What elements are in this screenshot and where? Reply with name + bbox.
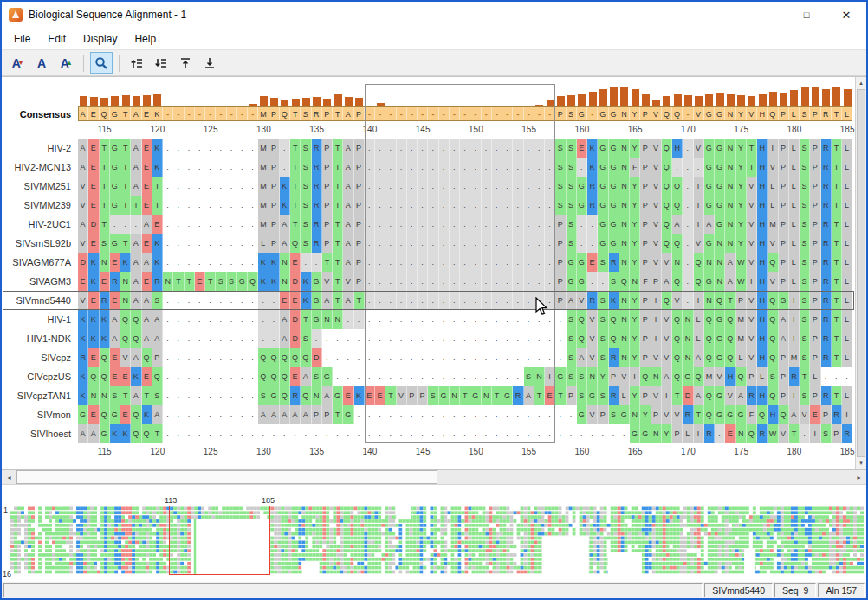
residue-cell[interactable]: N [725,234,735,253]
residue-cell[interactable]: . [343,424,353,443]
residue-cell[interactable]: . [397,253,407,272]
residue-cell[interactable]: . [450,272,460,291]
residue-cell[interactable]: Y [736,215,747,234]
residue-cell[interactable]: P [810,291,820,310]
residue-cell[interactable]: . [227,196,237,215]
sequence-name[interactable]: SIVmon [2,405,78,424]
residue-cell[interactable]: E [142,196,152,215]
residue-cell[interactable]: N [619,329,630,348]
residue-cell[interactable]: . [418,424,428,443]
residue-cell[interactable]: E [120,405,131,424]
residue-cell[interactable]: . [619,424,630,443]
residue-cell[interactable]: . [163,424,173,443]
residue-cell[interactable]: A [779,329,789,348]
residue-cell[interactable]: . [577,158,587,177]
residue-cell[interactable]: . [418,348,428,367]
residue-cell[interactable]: . [227,424,237,443]
residue-cell[interactable]: S [577,367,587,386]
residue-cell[interactable]: T [120,139,131,158]
residue-cell[interactable]: . [545,291,555,310]
residue-cell[interactable]: L [789,177,800,196]
residue-cell[interactable]: . [227,177,237,196]
residue-cell[interactable]: R [78,348,88,367]
residue-cell[interactable]: P [651,405,662,424]
residue-cell[interactable]: . [385,196,396,215]
residue-cell[interactable]: Q [725,329,735,348]
sequence-row[interactable]: HIV-2UC1ADT...AE.........MPATSRPTAP.....… [2,215,855,234]
residue-cell[interactable]: L [842,348,852,367]
residue-cell[interactable]: R [821,177,832,196]
residue-cell[interactable]: E [88,177,99,196]
residue-cell[interactable]: . [460,405,470,424]
residue-cell[interactable]: V [747,291,757,310]
residue-cell[interactable]: E [365,386,375,405]
residue-cell[interactable]: . [397,272,407,291]
residue-cell[interactable]: A [290,405,301,424]
residue-cell[interactable]: . [185,291,195,310]
residue-cell[interactable]: P [269,139,280,158]
residue-cell[interactable]: A [343,139,353,158]
residue-cell[interactable]: S [821,424,832,443]
residue-cell[interactable]: . [195,158,205,177]
residue-cell[interactable]: K [131,367,141,386]
residue-cell[interactable]: . [185,405,195,424]
residue-cell[interactable]: . [205,329,216,348]
residue-cell[interactable]: G [779,291,789,310]
residue-cell[interactable]: . [385,158,396,177]
residue-cell[interactable]: . [173,291,184,310]
residue-cell[interactable]: . [131,215,141,234]
residue-cell[interactable]: P [640,139,651,158]
residue-cell[interactable]: R [609,348,619,367]
residue-cell[interactable]: Q [704,348,715,367]
residue-cell[interactable]: H [768,405,778,424]
residue-cell[interactable]: . [555,348,566,367]
residue-cell[interactable]: E [100,272,110,291]
residue-cell[interactable]: S [216,272,226,291]
residue-cell[interactable]: A [131,139,141,158]
residue-cell[interactable]: T [832,310,842,329]
residue-cell[interactable]: . [482,405,492,424]
residue-cell[interactable]: H [757,348,768,367]
residue-cell[interactable]: A [694,348,704,367]
residue-cell[interactable]: T [333,234,343,253]
residue-cell[interactable]: V [78,196,88,215]
residue-cell[interactable]: . [269,291,280,310]
residue-cell[interactable]: Q [662,139,672,158]
residue-cell[interactable]: . [205,291,216,310]
residue-cell[interactable]: . [524,158,534,177]
residue-cell[interactable]: G [715,215,725,234]
residue-cell[interactable]: . [428,139,438,158]
residue-cell[interactable]: . [248,139,258,158]
residue-cell[interactable]: . [683,215,693,234]
residue-cell[interactable]: Y [630,139,640,158]
residue-cell[interactable]: E [110,348,120,367]
residue-cell[interactable]: R [821,139,832,158]
residue-cell[interactable]: P [640,177,651,196]
residue-cell[interactable]: T [832,386,842,405]
residue-cell[interactable]: I [651,291,662,310]
residue-cell[interactable]: . [524,291,534,310]
residue-cell[interactable]: V [747,348,757,367]
residue-cell[interactable]: . [185,386,195,405]
scroll-down-arrow[interactable]: ▾ [856,457,866,469]
residue-cell[interactable]: T [832,272,842,291]
residue-cell[interactable]: T [100,158,110,177]
residue-cell[interactable]: G [619,405,630,424]
residue-cell[interactable]: . [185,139,195,158]
residue-cell[interactable]: G [704,158,715,177]
residue-cell[interactable]: V [725,386,735,405]
residue-cell[interactable]: . [450,234,460,253]
residue-cell[interactable]: T [747,139,757,158]
residue-cell[interactable]: V [747,253,757,272]
residue-cell[interactable]: A [301,367,311,386]
residue-cell[interactable]: Y [630,348,640,367]
residue-cell[interactable]: . [343,367,353,386]
residue-cell[interactable]: . [470,405,481,424]
sequence-name[interactable]: HIV-1 [2,310,78,329]
residue-cell[interactable]: G [577,177,587,196]
residue-cell[interactable]: . [683,158,693,177]
residue-cell[interactable]: . [428,310,438,329]
residue-cell[interactable]: N [630,272,640,291]
residue-cell[interactable]: P [640,253,651,272]
residue-cell[interactable]: S [609,405,619,424]
